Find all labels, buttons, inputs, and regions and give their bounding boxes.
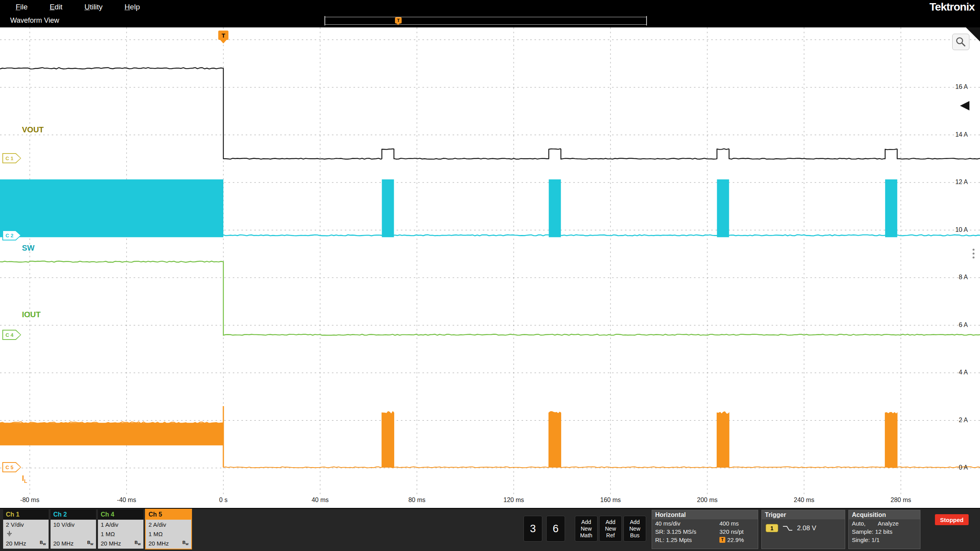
add-new-bus-button[interactable]: Add New Bus: [623, 516, 646, 542]
channel-badge-title: Ch 5: [146, 509, 191, 520]
bandwidth-limit-badge: BW: [182, 540, 188, 546]
zoom-tool-button[interactable]: [952, 34, 969, 50]
menu-utility[interactable]: Utility: [84, 3, 102, 11]
horizontal-panel-title: Horizontal: [652, 510, 758, 519]
amp-tick-label: 2 A: [940, 417, 968, 424]
acquisition-single: Single: 1/1: [849, 536, 920, 544]
time-tick-label: 240 ms: [784, 497, 824, 504]
menu-help[interactable]: Help: [125, 3, 140, 11]
time-tick-label: 120 ms: [494, 497, 533, 504]
time-tick-label: 160 ms: [591, 497, 630, 504]
time-tick-label: 40 ms: [301, 497, 340, 504]
trigger-source-badge: 1: [766, 524, 778, 532]
horizontal-resolution: 320 ns/pt: [719, 528, 755, 535]
add-new-ref-button[interactable]: Add New Ref: [599, 516, 622, 542]
bandwidth-limit-badge: BW: [134, 540, 141, 546]
trace-label-vout: VOUT: [22, 125, 44, 134]
amp-tick-label: 14 A: [940, 131, 968, 138]
channel-badge-ch2[interactable]: Ch 2 10 V/div 20 MHz BW: [51, 509, 96, 549]
horizontal-duration: 400 ms: [719, 520, 755, 527]
time-tick-label: 280 ms: [881, 497, 920, 504]
amp-tick-label: 10 A: [940, 226, 968, 233]
channel-bandwidth: 20 MHz: [149, 540, 169, 547]
trigger-level-value: 2.08 V: [797, 524, 816, 532]
time-tick-label: 80 ms: [397, 497, 437, 504]
stopped-status-button[interactable]: Stopped: [935, 514, 969, 525]
drag-handle-dots[interactable]: [973, 247, 975, 260]
amp-tick-label: 12 A: [940, 179, 968, 186]
channel-impedance: [51, 529, 96, 538]
trace-label-sw: SW: [22, 244, 34, 253]
acquisition-sample: Sample: 12 bits: [849, 528, 920, 536]
bottom-control-bar: Ch 1 2 V/div 20 MHz BW Ch 2 10 V/div: [0, 508, 980, 551]
horizontal-panel[interactable]: Horizontal 40 ms/div 400 ms SR: 3.125 MS…: [652, 510, 758, 549]
acquisition-panel[interactable]: Acquisition Auto, Analyze Sample: 12 bit…: [848, 510, 920, 549]
time-tick-label: -40 ms: [107, 497, 146, 504]
bandwidth-limit-badge: BW: [40, 540, 46, 546]
view-header: Waveform View T: [0, 14, 980, 27]
trace-label-il: IL: [22, 474, 27, 484]
amp-tick-label: 16 A: [940, 83, 968, 90]
channel-scale: 10 V/div: [51, 520, 96, 529]
amp-tick-label: 4 A: [940, 369, 968, 376]
minimap-trigger-marker[interactable]: T: [395, 17, 402, 23]
magnifier-icon: [955, 36, 966, 47]
horizontal-position-minimap[interactable]: T: [324, 17, 647, 25]
channel-3-tile[interactable]: 3: [524, 516, 542, 542]
trigger-panel-title: Trigger: [762, 510, 845, 519]
trigger-level-arrow[interactable]: [960, 101, 969, 110]
waveform-canvas[interactable]: [0, 27, 980, 494]
channel-scale: 2 A/div: [146, 520, 191, 529]
trace-iout[interactable]: [0, 261, 980, 335]
time-tick-label: 200 ms: [688, 497, 727, 504]
time-tick-label: -80 ms: [10, 497, 49, 504]
amp-tick-label: 8 A: [940, 274, 968, 281]
trace-il[interactable]: [0, 406, 980, 468]
trigger-panel[interactable]: Trigger 1 2.08 V: [761, 510, 845, 549]
channel-badge-ch5[interactable]: Ch 5 2 A/div 1 MΩ 20 MHz BW: [146, 509, 191, 549]
channel-bandwidth: 20 MHz: [101, 540, 121, 547]
horizontal-scale: 40 ms/div: [655, 520, 719, 527]
waveform-plot[interactable]: VOUT SW IOUT IL C 1 C 2 C 4 C 5 T 16 A14…: [0, 27, 980, 508]
channel-6-tile[interactable]: 6: [546, 516, 565, 542]
channel-badge-ch4[interactable]: Ch 4 1 A/div 1 MΩ 20 MHz BW: [98, 509, 143, 549]
amp-tick-label: 6 A: [940, 322, 968, 329]
channel-badge-title: Ch 4: [98, 509, 143, 520]
coupling-ground-icon: [6, 531, 13, 537]
trace-vout[interactable]: [0, 68, 980, 159]
channel-bandwidth: 20 MHz: [6, 540, 26, 547]
bandwidth-limit-badge: BW: [87, 540, 93, 546]
tektronix-logo: Tektronix: [929, 1, 975, 13]
falling-edge-icon: [782, 524, 793, 532]
view-title: Waveform View: [10, 16, 59, 25]
channel-badge-title: Ch 1: [3, 509, 49, 520]
horizontal-sample-rate: SR: 3.125 MS/s: [655, 528, 719, 535]
channel-scale: 1 A/div: [98, 520, 143, 529]
time-tick-label: 0 s: [204, 497, 243, 504]
menu-bar: File Edit Utility Help Tektronix: [0, 0, 980, 14]
trigger-position-marker[interactable]: T: [218, 31, 228, 40]
trace-sw[interactable]: [0, 179, 980, 237]
amp-tick-label: 0 A: [940, 464, 968, 471]
channel-impedance: 1 MΩ: [146, 529, 191, 538]
trace-label-iout: IOUT: [22, 310, 41, 319]
horizontal-trigger-position: 22.9%: [727, 537, 744, 543]
horizontal-record-length: RL: 1.25 Mpts: [655, 537, 719, 543]
add-new-math-button[interactable]: Add New Math: [575, 516, 598, 542]
menu-file[interactable]: File: [16, 3, 28, 11]
acquisition-mode: Auto,: [852, 520, 878, 527]
channel-scale: 2 V/div: [3, 520, 49, 529]
menu-edit[interactable]: Edit: [50, 3, 63, 11]
menu-items: File Edit Utility Help: [0, 3, 140, 11]
trigger-position-mini-icon: T: [719, 537, 725, 543]
channel-bandwidth: 20 MHz: [53, 540, 74, 547]
channel-badge-title: Ch 2: [51, 509, 96, 520]
channel-badge-ch1[interactable]: Ch 1 2 V/div 20 MHz BW: [3, 509, 49, 549]
acquisition-panel-title: Acquisition: [849, 510, 920, 519]
channel-impedance: 1 MΩ: [98, 529, 143, 538]
oscilloscope-screen: File Edit Utility Help Tektronix Wavefor…: [0, 0, 980, 551]
acquisition-analyze: Analyze: [878, 520, 898, 527]
